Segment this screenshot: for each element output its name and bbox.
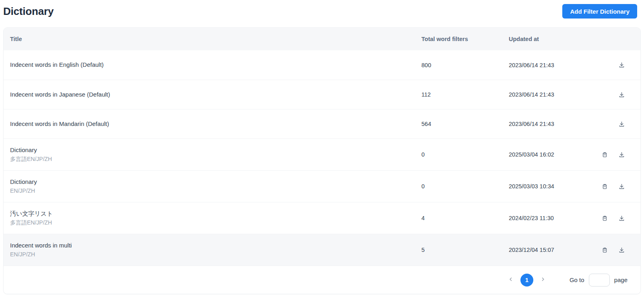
download-icon	[618, 121, 625, 128]
title-cell: Indecent words in Japanese (Default)	[4, 91, 421, 99]
table-header-row: Title Total word filters Updated at	[4, 28, 640, 50]
updated-at-cell: 2025/03/03 10:34	[509, 183, 584, 190]
download-button[interactable]	[618, 62, 625, 69]
total-word-filters-cell: 0	[421, 183, 509, 190]
dictionary-subtitle: EN/JP/ZH	[10, 251, 421, 258]
trash-icon	[601, 215, 608, 222]
dictionary-title: Indecent words in Japanese (Default)	[10, 91, 421, 99]
pagination-bar: 1 Go to page	[4, 266, 640, 294]
title-cell: Indecent words in multi EN/JP/ZH	[4, 241, 421, 258]
dictionary-title: 汚い文字リスト	[10, 210, 421, 218]
add-filter-dictionary-button[interactable]: Add Filter Dictionary	[562, 4, 637, 19]
dictionary-title: Indecent words in English (Default)	[10, 61, 421, 69]
table-row: Indecent words in Japanese (Default) 112…	[4, 80, 640, 109]
download-icon	[618, 183, 625, 190]
column-header-total: Total word filters	[421, 36, 509, 42]
table-body: Indecent words in English (Default) 800 …	[4, 50, 640, 266]
goto-label: Go to	[570, 276, 584, 283]
title-cell: Dictionary 多言語EN/JP/ZH	[4, 146, 421, 163]
download-button[interactable]	[618, 246, 625, 254]
updated-at-cell: 2023/06/14 21:43	[509, 121, 584, 127]
updated-at-cell: 2025/03/04 16:02	[509, 151, 584, 158]
row-actions	[584, 183, 640, 190]
chevron-left-icon	[508, 276, 514, 283]
table-row: Indecent words in Mandarin (Default) 564…	[4, 109, 640, 138]
page-1-button[interactable]: 1	[520, 274, 533, 287]
dictionary-title: Dictionary	[10, 146, 421, 154]
download-icon	[618, 91, 625, 98]
updated-at-cell: 2023/06/14 21:43	[509, 62, 584, 68]
total-word-filters-cell: 5	[421, 247, 509, 253]
download-icon	[618, 151, 625, 158]
dictionary-title: Indecent words in multi	[10, 241, 421, 249]
page-header: Dictionary Add Filter Dictionary	[0, 0, 644, 19]
total-word-filters-cell: 0	[421, 151, 509, 158]
delete-button[interactable]	[601, 183, 608, 190]
trash-icon	[601, 247, 608, 254]
page-label: page	[614, 276, 627, 283]
download-icon	[618, 62, 625, 68]
total-word-filters-cell: 4	[421, 215, 509, 221]
download-button[interactable]	[618, 214, 625, 222]
goto-page-group: Go to page	[570, 274, 627, 287]
title-cell: Indecent words in Mandarin (Default)	[4, 120, 421, 128]
delete-button[interactable]	[601, 214, 608, 222]
delete-button[interactable]	[601, 246, 608, 254]
download-icon	[618, 247, 625, 254]
download-button[interactable]	[618, 120, 625, 128]
delete-button[interactable]	[601, 151, 608, 158]
download-button[interactable]	[618, 91, 625, 98]
prev-page-button[interactable]	[505, 274, 516, 286]
row-actions	[584, 120, 640, 128]
table-row: Indecent words in English (Default) 800 …	[4, 50, 640, 80]
trash-icon	[601, 183, 608, 190]
chevron-right-icon	[540, 276, 546, 283]
table-row: Indecent words in multi EN/JP/ZH 5 2023/…	[4, 234, 640, 266]
row-actions	[584, 246, 640, 254]
page-title: Dictionary	[3, 5, 54, 18]
download-icon	[618, 215, 625, 222]
goto-page-input[interactable]	[589, 274, 610, 287]
updated-at-cell: 2023/06/14 21:43	[509, 91, 584, 98]
updated-at-cell: 2024/02/23 11:30	[509, 215, 584, 221]
table-row: Dictionary 多言語EN/JP/ZH 0 2025/03/04 16:0…	[4, 138, 640, 170]
column-header-title: Title	[4, 36, 421, 42]
dictionary-table-card: Title Total word filters Updated at Inde…	[3, 27, 641, 294]
trash-icon	[601, 151, 608, 158]
download-button[interactable]	[618, 183, 625, 190]
updated-at-cell: 2023/12/04 15:07	[509, 247, 584, 253]
total-word-filters-cell: 112	[421, 91, 509, 98]
table-row: 汚い文字リスト 多言語EN/JP/ZH 4 2024/02/23 11:30	[4, 202, 640, 234]
title-cell: Dictionary EN/JP/ZH	[4, 178, 421, 195]
table-row: Dictionary EN/JP/ZH 0 2025/03/03 10:34	[4, 170, 640, 202]
dictionary-subtitle: 多言語EN/JP/ZH	[10, 155, 421, 163]
row-actions	[584, 214, 640, 222]
title-cell: Indecent words in English (Default)	[4, 61, 421, 69]
next-page-button[interactable]	[537, 274, 549, 286]
row-actions	[584, 62, 640, 69]
column-header-updated: Updated at	[509, 36, 584, 42]
title-cell: 汚い文字リスト 多言語EN/JP/ZH	[4, 210, 421, 227]
download-button[interactable]	[618, 151, 625, 158]
total-word-filters-cell: 800	[421, 62, 509, 68]
total-word-filters-cell: 564	[421, 121, 509, 127]
dictionary-title: Indecent words in Mandarin (Default)	[10, 120, 421, 128]
dictionary-subtitle: EN/JP/ZH	[10, 187, 421, 195]
row-actions	[584, 151, 640, 158]
dictionary-title: Dictionary	[10, 178, 421, 186]
row-actions	[584, 91, 640, 98]
dictionary-subtitle: 多言語EN/JP/ZH	[10, 219, 421, 227]
